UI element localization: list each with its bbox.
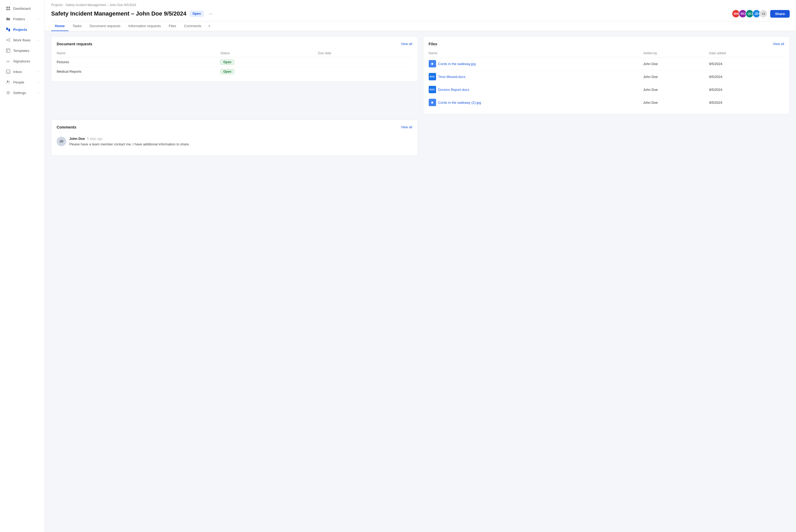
projects-icon [6, 27, 11, 32]
svg-rect-14 [6, 70, 10, 74]
svg-point-16 [9, 81, 10, 82]
document-requests-view-all[interactable]: View all [401, 42, 412, 46]
content-area: Document requests View all Name Status D… [45, 31, 796, 532]
breadcrumb-current: Safety Incident Management – John Doe 9/… [66, 3, 136, 7]
settings-icon [6, 90, 11, 95]
sidebar-item-folders[interactable]: Folders › [2, 14, 43, 24]
file-added-by: John Doe [643, 83, 709, 96]
files-card: Files View all Name Added by Date added [423, 36, 790, 114]
sidebar-item-inbox[interactable]: Inbox › [2, 66, 43, 77]
files-table: Name Added by Date added ▣ Cords in the … [429, 50, 784, 109]
workflows-icon [6, 38, 11, 42]
templates-icon [6, 48, 11, 53]
file-name-text[interactable]: Cords in the walkway.jpg [438, 62, 476, 66]
document-requests-table: Name Status Due date Pictures Open Medic… [57, 50, 412, 76]
comments-row: Comments View all JD John Doe 5 days ago… [51, 119, 790, 156]
svg-rect-2 [6, 9, 8, 10]
sidebar-item-dashboard-label: Dashboard [13, 6, 31, 11]
table-row: Pictures Open [57, 57, 412, 67]
comment-avatar: JD [57, 137, 66, 146]
chevron-right-icon: › [38, 18, 39, 21]
comments-list: JD John Doe 5 days ago Please have a tea… [57, 134, 412, 150]
document-requests-title: Document requests [57, 42, 92, 46]
more-options-button[interactable]: ··· [207, 11, 214, 17]
chevron-right-icon: › [38, 91, 39, 94]
avatar-count: +1 [759, 10, 767, 18]
doc-due-date [318, 57, 412, 67]
svg-point-6 [6, 39, 7, 41]
file-name: DOC Doctors Report.docx [429, 83, 643, 96]
sidebar-item-workflows[interactable]: Work flows › [2, 35, 43, 45]
sidebar-item-dashboard[interactable]: Dashboard [2, 3, 43, 14]
tab-add-button[interactable]: + [205, 22, 213, 30]
share-button[interactable]: Share [770, 10, 790, 18]
status-badge: Open [190, 11, 204, 17]
svg-rect-3 [8, 9, 10, 10]
file-date-added: 9/5/2024 [709, 96, 784, 109]
svg-rect-1 [8, 6, 10, 8]
svg-point-8 [9, 41, 10, 42]
breadcrumb-projects-link[interactable]: Projects [51, 3, 62, 7]
tab-document-requests[interactable]: Document requests [86, 21, 124, 31]
svg-line-10 [7, 40, 9, 41]
svg-rect-5 [8, 29, 10, 31]
col-due-date: Due date [318, 50, 412, 57]
svg-point-15 [7, 81, 8, 82]
table-row: DOC Time Missed.docx John Doe 9/5/2024 [429, 70, 784, 83]
dashboard-icon [6, 6, 11, 11]
main-content: Projects › Safety Incident Management – … [45, 0, 796, 532]
chevron-right-icon: › [38, 70, 39, 73]
sidebar-item-folders-label: Folders [13, 17, 25, 21]
top-cards-row: Document requests View all Name Status D… [51, 36, 790, 114]
sidebar-item-people[interactable]: People › [2, 77, 43, 87]
tab-files[interactable]: Files [165, 21, 180, 31]
comment-author: John Doe [69, 137, 85, 141]
comments-title: Comments [57, 125, 76, 129]
comment-time: 5 days ago [87, 137, 103, 141]
tab-comments[interactable]: Comments [181, 21, 205, 31]
comment-body: John Doe 5 days ago Please have a team m… [69, 137, 412, 147]
file-name-text[interactable]: Doctors Report.docx [438, 88, 469, 92]
comment-item: JD John Doe 5 days ago Please have a tea… [57, 134, 412, 150]
folder-icon [6, 17, 11, 21]
sidebar-item-settings[interactable]: Settings › [2, 88, 43, 98]
svg-rect-4 [6, 28, 8, 30]
sidebar-item-projects[interactable]: Projects [2, 24, 43, 35]
files-col-name: Name [429, 50, 643, 57]
comments-view-all[interactable]: View all [401, 125, 412, 129]
file-name-text[interactable]: Cords in the walkway (2).jpg [438, 101, 481, 104]
file-name-text[interactable]: Time Missed.docx [438, 75, 466, 79]
inbox-icon [6, 69, 11, 74]
document-requests-card: Document requests View all Name Status D… [51, 36, 418, 82]
page-header: Safety Incident Management – John Doe 9/… [51, 8, 790, 21]
breadcrumb: Projects › Safety Incident Management – … [51, 0, 790, 8]
signatures-icon [6, 59, 11, 63]
file-date-added: 9/5/2024 [709, 70, 784, 83]
breadcrumb-separator: › [63, 3, 64, 7]
file-type-icon: ▣ [429, 99, 436, 106]
tab-tasks[interactable]: Tasks [69, 21, 86, 31]
sidebar-item-projects-label: Projects [13, 28, 27, 32]
file-name: DOC Time Missed.docx [429, 70, 643, 83]
file-date-added: 9/5/2024 [709, 83, 784, 96]
table-row: ▣ Cords in the walkway (2).jpg John Doe … [429, 96, 784, 109]
tab-information-requests[interactable]: Information requests [125, 21, 164, 31]
chevron-right-icon: › [38, 39, 39, 42]
sidebar-item-signatures[interactable]: Signatures [2, 56, 43, 66]
svg-line-9 [7, 39, 9, 40]
sidebar-item-inbox-label: Inbox [13, 70, 22, 74]
sidebar-item-templates[interactable]: Templates [2, 45, 43, 56]
svg-point-7 [9, 38, 10, 39]
doc-status: Open [220, 57, 318, 67]
doc-status: Open [220, 67, 318, 76]
tab-home[interactable]: Home [51, 21, 69, 31]
topbar: Projects › Safety Incident Management – … [45, 0, 796, 31]
file-name: ▣ Cords in the walkway.jpg [429, 57, 643, 70]
files-view-all[interactable]: View all [773, 42, 784, 46]
file-date-added: 9/5/2024 [709, 57, 784, 70]
people-icon [6, 80, 11, 84]
sidebar-item-people-label: People [13, 80, 24, 84]
file-name: ▣ Cords in the walkway (2).jpg [429, 96, 643, 109]
sidebar-item-workflows-label: Work flows [13, 38, 31, 42]
files-header: Files View all [429, 42, 784, 46]
